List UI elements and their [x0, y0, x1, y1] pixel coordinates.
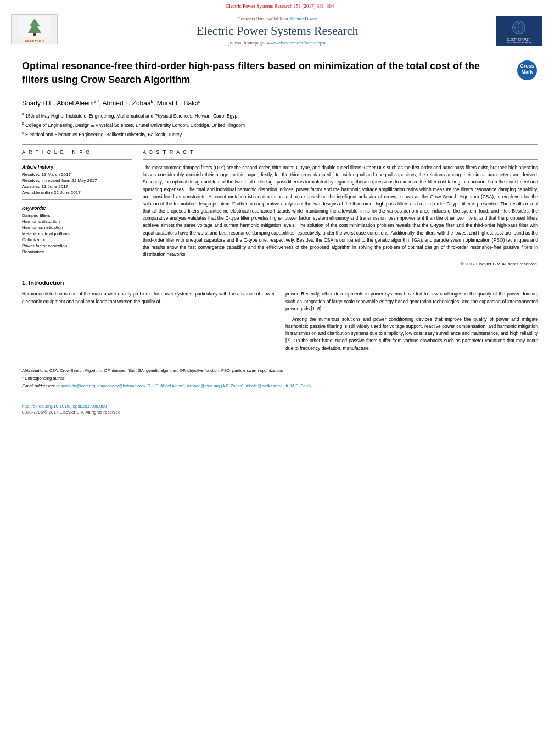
affiliations: a 15th of May Higher Institute of Engine…: [22, 111, 538, 138]
divider-abstract: [143, 159, 538, 160]
affiliation-c: c Electrical and Electronics Engineering…: [22, 130, 538, 138]
footnote-area: Abbreviations: CSA, Crow Search Algorith…: [22, 364, 538, 389]
sciencedirect-link[interactable]: ScienceDirect: [289, 16, 317, 21]
epsr-logo-svg: ELECTRIC POWER SYSTEMS RESEARCH: [497, 18, 541, 44]
affiliation-a: a 15th of May Higher Institute of Engine…: [22, 111, 538, 120]
journal-ref: Electric Power Systems Research 151 (201…: [226, 3, 334, 9]
kw-4: Metaheuristic algorithms: [22, 231, 132, 236]
divider-info: [22, 159, 132, 160]
article-history: Article history: Received 13 March 2017 …: [22, 164, 132, 195]
affiliation-b: b College of Engineering, Design & Physi…: [22, 121, 538, 129]
journal-top-bar: Electric Power Systems Research 151 (201…: [0, 0, 560, 10]
authors: Shady H.E. Abdel Aleema,*, Ahmed F. Zoba…: [22, 99, 538, 107]
history-label: Article history:: [22, 164, 132, 170]
kw-2: Harmonic distortion: [22, 219, 132, 224]
elsevier-logo: ELSEVIER: [11, 14, 58, 44]
svg-rect-2: [33, 33, 36, 36]
intro-right-text: power. Recently, other developments in p…: [285, 291, 538, 313]
epsr-logo-container: ELECTRIC POWER SYSTEMS RESEARCH: [494, 14, 544, 47]
intro-left-text: Harmonic distortion is one of the main p…: [22, 291, 275, 305]
article-info-header: A R T I C L E I N F O: [22, 149, 132, 155]
header-center: Contents lists available at ScienceDirec…: [60, 16, 494, 46]
page-wrapper: Electric Power Systems Research 151 (201…: [0, 0, 560, 742]
crossmark-logo: Cross Mark: [516, 59, 538, 81]
svg-text:Cross: Cross: [520, 63, 534, 69]
email-links[interactable]: engyshady@ieee.org, engy-shady@hotmail.c…: [56, 383, 312, 388]
kw-7: Resonance: [22, 249, 132, 254]
elsevier-logo-svg: [18, 16, 51, 37]
history-revised: Received in revised form 21 May 2017: [22, 178, 132, 183]
abstract-paragraph: The most common damped filters (DFs) are…: [143, 164, 538, 258]
divider-1: [22, 144, 538, 145]
intro-title: 1. Introduction: [22, 280, 538, 286]
svg-text:Mark: Mark: [521, 69, 533, 75]
abstract-header: A B S T R A C T: [143, 149, 538, 155]
intro-right-col: power. Recently, other developments in p…: [285, 291, 538, 355]
intro-left-col: Harmonic distortion is one of the main p…: [22, 291, 275, 355]
article-content: Optimal resonance-free third-order high-…: [0, 51, 560, 396]
kw-5: Optimization: [22, 237, 132, 242]
epsr-logo: ELECTRIC POWER SYSTEMS RESEARCH: [496, 16, 542, 46]
history-online: Available online 22 June 2017: [22, 190, 132, 195]
history-accepted: Accepted 11 June 2017: [22, 184, 132, 189]
contents-label: Contents lists available at: [238, 16, 288, 21]
abbreviations-text: CSA, Crow Search Algorithm; DF, damped f…: [49, 368, 283, 373]
article-title: Optimal resonance-free third-order high-…: [22, 59, 508, 87]
bottom-bar: http://dx.doi.org/10.1016/j.epsr.2017.06…: [0, 400, 560, 418]
corresponding-footnote: * Corresponding author.: [22, 375, 538, 381]
kw-6: Power factor correction: [22, 243, 132, 248]
doi-link[interactable]: http://dx.doi.org/10.1016/j.epsr.2017.06…: [22, 404, 107, 409]
crossmark-svg: Cross Mark: [516, 59, 538, 81]
abstract-col: A B S T R A C T The most common damped f…: [143, 149, 538, 266]
abbreviations-footnote: Abbreviations: CSA, Crow Search Algorith…: [22, 367, 538, 373]
article-title-section: Optimal resonance-free third-order high-…: [22, 59, 538, 92]
homepage-link[interactable]: www.elsevier.com/locate/epsr: [267, 40, 326, 46]
journal-title: Electric Power Systems Research: [66, 24, 489, 38]
info-abstract-section: A R T I C L E I N F O Article history: R…: [22, 149, 538, 266]
introduction-section: 1. Introduction Harmonic distortion is o…: [22, 280, 538, 355]
homepage-line: journal homepage: www.elsevier.com/locat…: [66, 40, 489, 46]
elsevier-text: ELSEVIER: [25, 38, 44, 43]
elsevier-logo-container: ELSEVIER: [11, 14, 60, 47]
divider-2: [22, 275, 538, 275]
divider-kw: [22, 199, 132, 200]
keywords-section: Keywords: Damped filters Harmonic distor…: [22, 205, 132, 254]
abbreviations-label: Abbreviations:: [22, 368, 48, 373]
keywords-label: Keywords:: [22, 205, 132, 211]
header-area: ELSEVIER Contents lists available at Sci…: [0, 10, 560, 51]
homepage-label: journal homepage:: [228, 40, 265, 46]
corresponding-label: * Corresponding author.: [22, 376, 65, 381]
abstract-text: The most common damped filters (DFs) are…: [143, 164, 538, 258]
svg-text:SYSTEMS RESEARCH: SYSTEMS RESEARCH: [507, 41, 531, 44]
kw-1: Damped filters: [22, 213, 132, 218]
kw-3: Harmonics mitigation: [22, 225, 132, 230]
issn-line: 0378-7796/© 2017 Elsevier B.V. All right…: [22, 410, 538, 415]
doi-line: http://dx.doi.org/10.1016/j.epsr.2017.06…: [22, 404, 538, 409]
email-label: E-mail addresses:: [22, 383, 55, 388]
contents-line: Contents lists available at ScienceDirec…: [66, 16, 489, 21]
article-info-col: A R T I C L E I N F O Article history: R…: [22, 149, 132, 266]
email-footnote: E-mail addresses: engyshady@ieee.org, en…: [22, 383, 538, 389]
article-title-text: Optimal resonance-free third-order high-…: [22, 59, 508, 92]
intro-body: Harmonic distortion is one of the main p…: [22, 291, 538, 355]
history-received: Received 13 March 2017: [22, 172, 132, 177]
intro-right-text-2: Among the numerous solutions and power c…: [285, 316, 538, 352]
copyright-line: © 2017 Elsevier B.V. All rights reserved…: [143, 261, 538, 266]
